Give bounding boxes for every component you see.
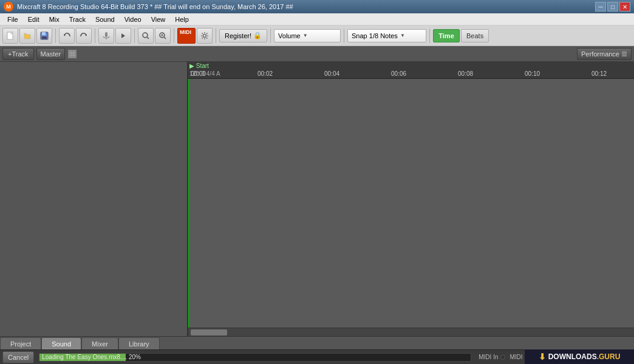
separator-3 [134,29,135,43]
snap-arrow-icon: ▼ [400,33,405,38]
status-bar: Cancel Loading The Easy Ones.mx8.... 20%… [0,349,634,364]
record-mic-button[interactable] [98,28,114,44]
volume-label: Volume [278,32,301,39]
snap-dropdown[interactable]: Snap 1/8 Notes ▼ [347,29,426,42]
track-header-bar: +Track Master Performance [0,46,634,62]
close-button[interactable]: ✕ [619,2,630,12]
h-scrollbar[interactable] [188,328,634,336]
cancel-button[interactable]: Cancel [2,351,34,363]
master-label: Master [41,50,61,58]
separator-6 [270,29,271,43]
minimize-button[interactable]: ─ [595,2,606,12]
separator-8 [429,29,430,43]
volume-dropdown[interactable]: Volume ▼ [274,29,341,42]
track-content [188,79,634,328]
time-button[interactable]: Time [433,29,460,42]
menu-sound[interactable]: Sound [90,13,120,25]
snap-label: Snap 1/8 Notes [352,32,398,39]
svg-point-16 [203,34,206,37]
tab-sound[interactable]: Sound [41,337,81,349]
menu-track[interactable]: Track [64,13,90,25]
svg-point-10 [143,33,148,38]
ruler-08: 00:08 [458,70,473,77]
lock-icon: 🔒 [253,32,262,39]
midi-in-indicator: MIDI In [479,354,505,360]
tab-project[interactable]: Project [0,337,41,349]
svg-rect-7 [105,32,107,37]
track-panel [0,62,188,336]
window-controls: ─ □ ✕ [595,2,630,12]
master-grid-icon[interactable] [67,49,77,59]
play-back-button[interactable] [115,28,131,44]
ruler-02: 00:02 [257,70,273,77]
menu-file[interactable]: File [2,13,23,25]
redo-button[interactable] [76,28,92,44]
undo-button[interactable] [59,28,75,44]
search2-button[interactable] [155,28,171,44]
watermark: ⬇ DOWNLOADS.GURU [525,349,634,364]
ruler-10: 00:10 [525,70,540,77]
menu-video[interactable]: Video [120,13,146,25]
menu-bar: File Edit Mix Track Sound Video View Hel… [0,13,634,25]
ruler-12: 00:12 [591,70,607,77]
add-track-label: +Track [8,50,29,58]
tab-mixer[interactable]: Mixer [81,337,118,349]
midi-in-led [500,355,505,360]
window-title: Mixcraft 8 Recording Studio 64-Bit Build… [17,3,595,10]
midi-button[interactable]: MIDI [177,28,196,44]
beats-button[interactable]: Beats [461,29,489,42]
timeline-container: ▶ Start 120.0 4/4 A 00:00 00:02 00:04 00… [188,62,634,336]
maximize-button[interactable]: □ [607,2,618,12]
performance-button[interactable]: Performance [577,48,632,60]
menu-help[interactable]: Help [170,13,194,25]
master-button[interactable]: Master [36,48,66,60]
svg-marker-9 [121,33,125,38]
settings-button[interactable] [197,28,213,44]
ruler-06: 00:06 [391,70,406,77]
tempo-label: 120.0 4/4 A [188,70,222,78]
app-icon: M [4,2,13,12]
tab-library[interactable]: Library [118,337,160,349]
svg-rect-3 [42,32,46,35]
menu-mix[interactable]: Mix [44,13,64,25]
timeline-ruler: ▶ Start 120.0 4/4 A 00:00 00:02 00:04 00… [188,62,634,79]
main-area: ▶ Start 120.0 4/4 A 00:00 00:02 00:04 00… [0,62,634,336]
separator-7 [344,29,344,43]
svg-line-13 [164,37,166,39]
ruler-04: 00:04 [324,70,339,77]
register-button[interactable]: Register! 🔒 [219,29,267,42]
svg-rect-4 [42,36,47,39]
add-track-button[interactable]: +Track [2,48,34,60]
guru-text: .GURU [597,352,621,361]
menu-view[interactable]: View [146,13,171,25]
register-label: Register! [225,32,251,39]
open-button[interactable] [19,28,35,44]
h-scroll-thumb[interactable] [191,329,227,335]
svg-line-11 [147,37,149,39]
download-icon: ⬇ [539,352,546,362]
search-button[interactable] [138,28,154,44]
performance-label: Performance [581,50,619,58]
separator-2 [95,29,95,43]
separator-4 [174,29,174,43]
separator-1 [55,29,56,43]
playhead [188,79,189,328]
progress-text: Loading The Easy Ones.mx8.... 20% [42,354,141,361]
save-button[interactable] [36,28,52,44]
bottom-tabs: Project Sound Mixer Library [0,336,634,349]
separator-5 [216,29,216,43]
volume-arrow-icon: ▼ [303,33,308,38]
toolbar: MIDI Register! 🔒 Volume ▼ Snap 1/8 Notes… [0,25,634,46]
start-label: ▶ Start [188,62,222,70]
title-bar: M Mixcraft 8 Recording Studio 64-Bit Bui… [0,0,634,13]
watermark-text: DOWNLOADS.GURU [548,352,621,361]
midi-in-label: MIDI In [479,354,498,360]
new-button[interactable] [2,28,18,44]
progress-bar-container: Loading The Easy Ones.mx8.... 20% [39,353,471,362]
menu-edit[interactable]: Edit [23,13,44,25]
